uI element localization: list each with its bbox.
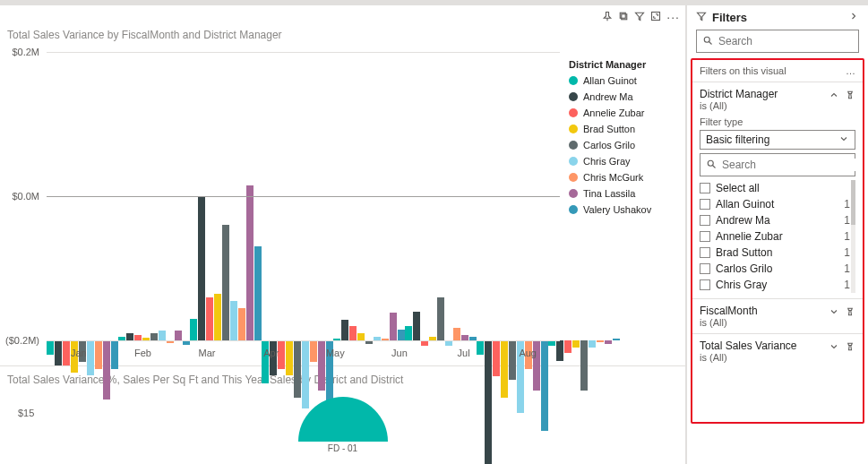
filter-values-search-input[interactable] [722, 159, 856, 171]
x-tick-label: Aug [495, 348, 560, 358]
chart2-bubble[interactable] [298, 397, 388, 442]
svg-rect-1 [621, 13, 626, 18]
chart2-area[interactable]: $15 FD - 01 [0, 390, 685, 464]
filter-type-value: Basic filtering [706, 133, 769, 146]
checkbox[interactable] [700, 183, 710, 193]
filter-value-row[interactable]: Brad Sutton1 [700, 245, 855, 261]
filter-name: Total Sales Variance [700, 339, 797, 352]
section-more-icon[interactable]: … [846, 65, 855, 76]
filter-type-dropdown[interactable]: Basic filtering [700, 130, 855, 150]
filter-value-row[interactable]: Allan Guinot1 [700, 196, 855, 212]
filter-values-search[interactable] [700, 153, 855, 176]
x-tick-label: May [304, 348, 368, 358]
filters-search-box[interactable] [696, 30, 859, 53]
checkbox[interactable] [700, 247, 710, 258]
chart2-y-label: $15 [18, 408, 34, 418]
clear-filter-icon[interactable] [845, 339, 855, 356]
chart-plot-area[interactable]: ($0.2M)$0.0M$0.2M JanFebMarAprMayJunJulA… [0, 43, 563, 365]
filter-value-label: Carlos Grilo [716, 262, 838, 275]
search-icon [706, 157, 717, 173]
pin-icon[interactable] [602, 9, 613, 25]
filter-value-label: Chris Gray [716, 279, 838, 291]
y-tick-label: ($0.2M) [5, 335, 39, 346]
filter-value-row[interactable]: Chris Gray1 [700, 277, 855, 293]
filter-card-total-sales-variance[interactable]: Total Sales Variance is (All) [692, 333, 863, 368]
expand-icon[interactable] [829, 305, 839, 321]
filter-value-row[interactable]: Select all [700, 180, 855, 196]
filter-name: FiscalMonth [700, 305, 758, 317]
filter-type-label: Filter type [700, 116, 855, 127]
y-tick-label: $0.0M [12, 191, 39, 202]
filter-pane-icon [696, 11, 707, 24]
x-tick-label: Apr [239, 348, 304, 358]
filter-value-label: Allan Guinot [716, 198, 838, 211]
svg-point-4 [708, 160, 713, 166]
x-tick-label: Mar [175, 348, 239, 358]
collapse-icon[interactable] [829, 88, 839, 104]
filter-sub: is (All) [700, 352, 797, 363]
x-tick-label: Jan [47, 348, 111, 358]
x-tick-label: Feb [111, 348, 176, 358]
filter-name: District Manager [700, 88, 778, 100]
svg-rect-2 [652, 13, 660, 21]
checkbox[interactable] [700, 199, 710, 210]
collapse-filters-icon[interactable] [848, 11, 859, 24]
y-tick-label: $0.2M [12, 47, 39, 57]
filters-section-title: Filters on this visual [700, 65, 786, 76]
filters-title: Filters [712, 11, 747, 24]
filters-pane: Filters Filters on this visual … Distric… [686, 5, 868, 464]
filter-icon[interactable] [634, 9, 645, 25]
chevron-down-icon [838, 133, 849, 147]
clear-filter-icon[interactable] [845, 88, 855, 104]
report-canvas: ··· Total Sales Variance by FiscalMonth … [0, 5, 686, 464]
expand-icon[interactable] [829, 339, 839, 356]
filters-search-input[interactable] [718, 35, 853, 47]
x-tick-label: Jun [367, 348, 432, 358]
chart-title: Total Sales Variance by FiscalMonth and … [0, 25, 685, 43]
filter-value-label: Select all [716, 182, 845, 194]
filter-sub: is (All) [700, 317, 758, 328]
x-tick-label: Jul [432, 348, 496, 358]
filter-value-label: Annelie Zubar [716, 230, 838, 243]
search-icon [702, 33, 713, 49]
focus-icon[interactable] [650, 9, 661, 25]
filter-value-row[interactable]: Andrew Ma1 [700, 212, 855, 228]
copy-icon[interactable] [618, 9, 629, 25]
svg-rect-0 [622, 14, 627, 20]
checkbox[interactable] [700, 279, 710, 290]
clear-filter-icon[interactable] [845, 305, 855, 321]
checkbox[interactable] [700, 215, 710, 226]
filter-value-row[interactable]: Carlos Grilo1 [700, 261, 855, 277]
visual-header: ··· [0, 5, 685, 25]
filter-value-row[interactable]: Annelie Zubar1 [700, 228, 855, 245]
more-options-icon[interactable]: ··· [666, 10, 680, 24]
filter-sub: is (All) [700, 100, 778, 111]
checkbox[interactable] [700, 263, 710, 274]
filter-card-fiscalmonth[interactable]: FiscalMonth is (All) [692, 298, 863, 333]
scrollbar[interactable] [851, 180, 855, 293]
chart2-data-label: FD - 01 [328, 443, 357, 453]
filter-card-district-manager: District Manager is (All) Filter type Ba… [692, 82, 863, 298]
filter-value-label: Andrew Ma [716, 214, 838, 227]
checkbox[interactable] [700, 231, 710, 242]
filter-value-label: Brad Sutton [716, 246, 838, 259]
svg-point-3 [704, 37, 709, 42]
